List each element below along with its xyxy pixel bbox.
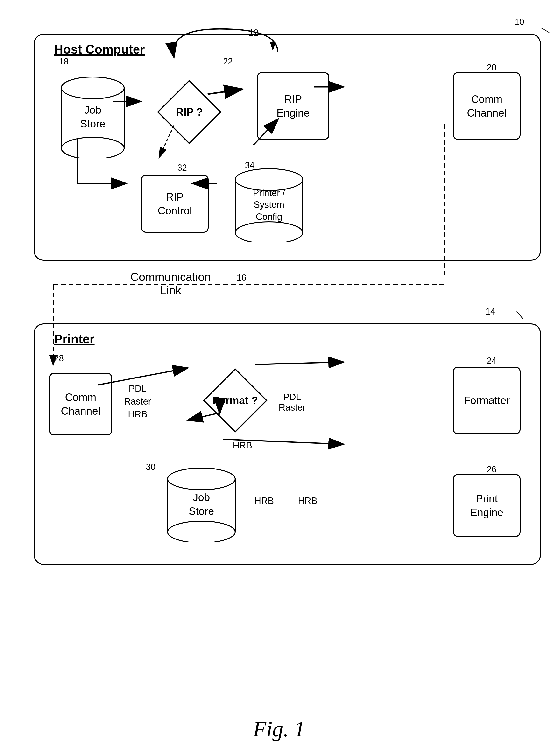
formatter-label: Formatter <box>464 393 510 407</box>
rip-diamond: RIP ? <box>155 78 223 146</box>
fig-label: Fig. 1 <box>253 716 305 741</box>
job-store-host: JobStore <box>59 71 127 158</box>
ref-20: 20 <box>487 62 497 73</box>
pdl-raster-hrb-label: PDLRasterHRB <box>124 382 151 421</box>
job-store-host-label: JobStore <box>80 103 105 131</box>
rip-control-box: RIPControl <box>141 175 209 233</box>
formatter-box: Formatter <box>453 367 521 434</box>
printer-config-label: Printer /SystemConfig <box>253 187 285 223</box>
comm-channel-printer-label: CommChannel <box>61 390 100 418</box>
rip-control-label: RIPControl <box>158 190 192 217</box>
rip-question-label: RIP ? <box>176 106 203 118</box>
rip-engine-label: RIPEngine <box>276 92 309 120</box>
format-question-label: Format ? <box>212 394 258 407</box>
ref-10: 10 <box>514 17 524 27</box>
pdl-raster-out-label: PDLRaster <box>279 392 306 413</box>
printer-box: Printer 28 CommChannel PDLRasterHRB Form… <box>34 323 541 565</box>
ref-28: 28 <box>54 354 64 364</box>
svg-point-19 <box>168 521 235 542</box>
print-engine-box: PrintEngine <box>453 474 521 537</box>
ref-22: 22 <box>223 56 233 67</box>
hrb-to-engine-label: HRB <box>254 496 274 506</box>
print-engine-label: PrintEngine <box>470 492 503 519</box>
ref-30: 30 <box>146 462 155 472</box>
svg-point-4 <box>61 77 124 99</box>
hrb-down-label: HRB <box>233 440 252 451</box>
svg-point-16 <box>168 468 235 490</box>
ref-16: 16 <box>237 273 246 283</box>
comm-channel-host-box: CommChannel <box>453 72 521 140</box>
printer-title: Printer <box>54 332 95 346</box>
comm-link-label: Communication Link <box>130 270 211 297</box>
svg-point-13 <box>235 222 303 242</box>
host-computer-box: Host Computer 18 JobStore 22 <box>34 34 541 261</box>
svg-point-7 <box>61 137 124 158</box>
svg-line-22 <box>541 28 549 33</box>
comm-channel-printer-box: CommChannel <box>49 373 112 436</box>
comm-channel-host-label: CommChannel <box>467 92 507 120</box>
diagram-container: 10 12 Host Computer 18 JobStore <box>19 15 539 732</box>
printer-config-cylinder: Printer /SystemConfig <box>233 165 305 242</box>
hrb-from-store-label: HRB <box>298 496 317 506</box>
format-diamond: Format ? <box>201 367 269 434</box>
ref-24: 24 <box>487 356 497 366</box>
host-computer-title: Host Computer <box>54 42 145 56</box>
ref-32: 32 <box>177 163 187 173</box>
ref-26: 26 <box>487 464 497 474</box>
rip-engine-box: RIPEngine <box>257 72 329 140</box>
ref-18: 18 <box>59 56 69 67</box>
job-store-printer-label: JobStore <box>188 491 214 518</box>
svg-line-33 <box>517 311 523 319</box>
job-store-printer-cylinder: JobStore <box>165 464 237 542</box>
ref-14: 14 <box>486 307 495 317</box>
